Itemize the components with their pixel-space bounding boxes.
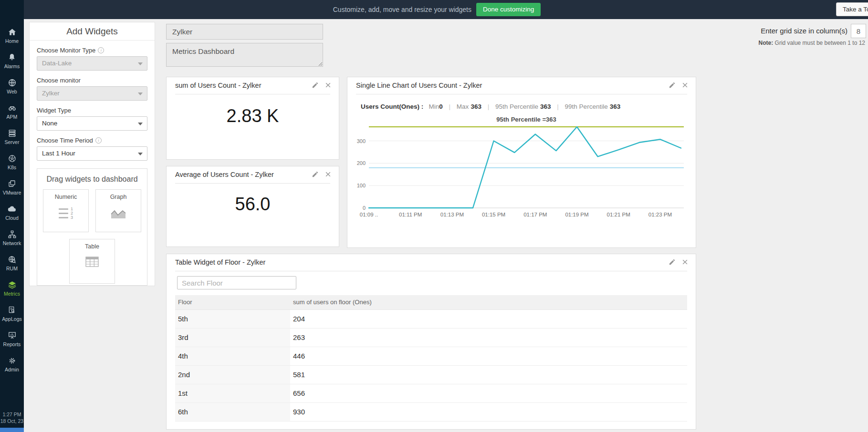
reports-icon [8,330,17,340]
divider [356,94,687,94]
sidebar-clock: 1:27 PM 18 Oct, 23 [0,411,24,424]
svg-text:100: 100 [357,183,366,188]
done-customizing-button[interactable]: Done customizing [476,3,541,16]
sidebar-item-label: AppLogs [2,316,21,322]
sidebar-item-label: Reports [3,341,21,347]
sidebar-item-metrics[interactable]: Metrics [0,276,24,301]
close-icon[interactable] [325,171,331,178]
sum-cell: 204 [290,309,687,328]
sidebar-item-label: Alarms [4,63,20,69]
floor-cell: 6th [175,402,290,421]
sidebar-item-label: RUM [6,266,18,271]
sidebar-item-alarms[interactable]: Alarms [0,48,24,73]
chart-stats-row: Users Count(Ones) : Min0 | Max363 | 95th… [361,103,620,110]
floor-cell: 4th [175,347,290,365]
sidebar-item-web[interactable]: Web [0,73,24,99]
area-chart-icon [96,206,141,221]
add-widgets-panel: Add Widgets Choose Monitor Type i Data-L… [29,22,155,286]
numeric-list-icon: 123 [43,206,88,219]
svg-text:01:15 PM: 01:15 PM [482,212,505,217]
cloud-icon [7,204,17,214]
time-period-select[interactable]: Last 1 Hour [37,146,147,161]
sidebar-item-label: APM [7,114,18,120]
grid-size-note: Note: Grid value must be between 1 to 12 [716,40,865,46]
gear-icon [8,356,17,365]
sidebar-item-k8s[interactable]: K8s [0,149,24,175]
svg-text:01:19 PM: 01:19 PM [565,212,588,217]
sidebar-item-label: VMware [3,190,21,195]
svg-text:01:17 PM: 01:17 PM [523,212,547,217]
sidebar-item-home[interactable]: Home [0,23,24,48]
close-icon[interactable] [325,82,331,89]
divider [175,94,330,94]
top-bar: Customize, add, move and resize your wid… [0,0,868,19]
tile-label: Numeric [43,194,88,200]
edit-pencil-icon[interactable] [312,171,319,178]
sidebar-item-admin[interactable]: Admin [0,351,24,377]
floor-cell: 5th [175,309,290,328]
monitor-type-select[interactable]: Data-Lake [37,56,147,71]
sidebar-item-label: Home [5,38,19,44]
svg-text:200: 200 [357,160,366,166]
sidebar-item-label: Cloud [5,215,18,221]
monitor-label: Choose monitor [37,77,147,84]
table-row: 2nd581 [175,365,687,384]
widget-type-select[interactable]: None [37,116,147,131]
close-icon[interactable] [682,258,688,266]
drag-widgets-box: Drag widgets to dashboard Numeric 123 Gr… [37,168,147,286]
drag-widgets-title: Drag widgets to dashboard [37,175,147,184]
sidebar-item-rum[interactable]: RUM [0,250,24,276]
table-row: 4th446 [175,347,687,365]
edit-pencil-icon[interactable] [669,82,676,89]
floor-cell: 3rd [175,328,290,347]
clock-time: 1:27 PM [0,411,24,418]
metrics-layers-icon [8,280,17,289]
table-row: 5th204 [175,309,687,328]
edit-pencil-icon[interactable] [669,258,676,266]
tile-label: Table [70,243,115,250]
vm-boxes-icon [8,179,16,188]
bell-icon [8,52,16,62]
horizontal-scrollbar-thumb[interactable] [0,428,24,432]
sidebar-item-apm[interactable]: APM [0,99,24,124]
binoculars-icon [8,103,17,113]
search-floor-input[interactable] [177,276,296,289]
sidebar-item-label: Metrics [4,291,20,297]
monitor-type-label: Choose Monitor Type i [37,47,147,54]
applogs-icon [8,305,16,315]
grid-size-input[interactable] [851,24,866,38]
svg-text:01:09 ..: 01:09 .. [360,212,378,217]
divider [175,271,687,271]
widget-title: sum of Users Count - Zylker [175,82,261,89]
sidebar-item-network[interactable]: Network [0,225,24,250]
dashboard-name-input[interactable] [166,24,323,40]
sidebar-item-reports[interactable]: Reports [0,326,24,351]
sidebar-item-vmware[interactable]: VMware [0,175,24,200]
table-row: 1st656 [175,384,687,402]
chevron-down-icon [138,93,143,95]
take-a-tour-button[interactable]: Take a Tour [836,2,868,16]
table-grid-icon [70,256,115,270]
graph-widget-tile[interactable]: Graph [95,189,141,232]
sidebar-item-server[interactable]: Server [0,124,24,149]
main-nav-sidebar: HomeAlarmsWebAPMServerK8sVMwareCloudNetw… [0,0,24,432]
sidebar-item-label: Web [7,89,17,94]
table-widget-tile[interactable]: Table [69,239,115,284]
globe-icon [8,78,17,87]
sidebar-item-applogs[interactable]: AppLogs [0,301,24,326]
sidebar-item-cloud[interactable]: Cloud [0,200,24,225]
sidebar-nav: HomeAlarmsWebAPMServerK8sVMwareCloudNetw… [0,23,24,377]
info-icon: i [95,137,102,144]
numeric-widget-tile[interactable]: Numeric 123 [43,189,89,232]
close-icon[interactable] [682,82,688,89]
dashboard-description-input[interactable]: Metrics Dashboard [166,43,323,67]
sum-cell: 930 [290,402,687,421]
table-header-row: Floor sum of users on floor (Ones) [175,295,687,309]
sidebar-item-label: Admin [5,367,19,372]
widget-type-label: Widget Type [37,107,147,114]
monitor-select[interactable]: Zylker [37,86,147,101]
server-icon [8,128,17,138]
edit-pencil-icon[interactable] [312,82,319,89]
floor-cell: 2nd [175,365,290,384]
widget-title: Average of Users Count - Zylker [175,171,274,178]
